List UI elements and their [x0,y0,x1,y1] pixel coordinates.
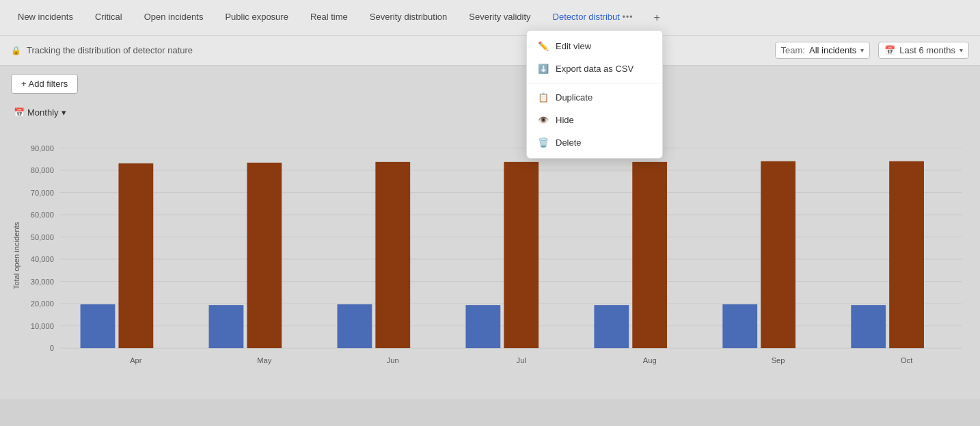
tab-severity-distribution[interactable]: Severity distribution [360,0,457,35]
monthly-label: Monthly [27,107,59,118]
bar-oct-blue [851,305,886,348]
svg-text:Oct: Oct [901,356,913,364]
team-value: All incidents [809,45,856,55]
chart-area: 📅 Monthly ▾ Total open incidents 90,000 … [0,102,980,399]
hide-icon: 👁️ [538,115,549,125]
tab-public-exposure[interactable]: Public exposure [215,0,298,35]
tab-real-time[interactable]: Real time [301,0,357,35]
menu-item-export-csv[interactable]: ⬇️ Export data as CSV [527,57,662,80]
calendar-icon: 📅 [884,45,895,55]
bar-oct-brown [889,161,924,348]
svg-text:0: 0 [50,344,54,352]
tab-open-incidents[interactable]: Open incidents [135,0,213,35]
tab-more-icon[interactable]: ••• [623,12,634,22]
tab-bar: New incidents Critical Open incidents Pu… [0,0,980,36]
bar-jul-brown [504,162,539,348]
add-tab-button[interactable]: + [648,6,665,29]
svg-text:50,000: 50,000 [31,233,54,241]
bar-may-brown [247,163,282,348]
context-menu: ✏️ Edit view ⬇️ Export data as CSV 📋 Dup… [526,30,663,159]
date-value: Last 6 months [899,45,955,55]
menu-item-delete[interactable]: 🗑️ Delete [527,131,662,154]
svg-text:20,000: 20,000 [31,299,54,308]
svg-text:Aug: Aug [643,356,657,364]
delete-icon: 🗑️ [538,137,549,148]
date-chevron-icon: ▾ [959,46,963,54]
svg-text:Apr: Apr [130,356,142,364]
subtitle-description: Tracking the distribution of detector na… [27,45,193,55]
lock-icon: 🔒 [11,46,21,55]
svg-text:40,000: 40,000 [31,255,54,263]
menu-item-duplicate[interactable]: 📋 Duplicate [527,86,662,109]
tab-severity-validity[interactable]: Severity validity [459,0,540,35]
svg-text:80,000: 80,000 [31,166,54,174]
monthly-selector[interactable]: 📅 Monthly ▾ [11,102,969,123]
bar-apr-brown [118,163,153,348]
chart-container: Total open incidents 90,000 80,000 70,00… [11,126,969,386]
date-selector[interactable]: 📅 Last 6 months ▾ [878,42,969,59]
svg-text:70,000: 70,000 [31,189,54,197]
monthly-chevron-icon: ▾ [62,107,66,118]
svg-text:Sep: Sep [772,356,785,364]
monthly-calendar-icon: 📅 [14,107,25,118]
bar-apr-blue [81,304,115,348]
team-chevron-icon: ▾ [860,46,864,54]
add-filters-button[interactable]: + Add filters [11,74,78,94]
svg-text:60,000: 60,000 [31,211,54,219]
subtitle-bar: 🔒 Tracking the distribution of detector … [0,36,980,66]
subtitle-right: Team: All incidents ▾ 📅 Last 6 months ▾ [775,42,969,59]
svg-text:30,000: 30,000 [31,278,54,286]
svg-text:Jul: Jul [517,356,526,364]
subtitle-left: 🔒 Tracking the distribution of detector … [11,45,193,55]
menu-divider [527,83,662,83]
duplicate-icon: 📋 [538,92,549,103]
bar-jul-blue [465,305,500,348]
svg-text:Total open incidents: Total open incidents [12,222,21,289]
bar-jun-brown [375,162,410,348]
team-label: Team: [781,45,805,55]
bar-jun-blue [337,304,372,348]
filter-bar: + Add filters [0,66,980,102]
svg-text:May: May [257,356,271,364]
bar-aug-blue [594,305,629,348]
menu-item-hide[interactable]: 👁️ Hide [527,109,662,131]
svg-text:Jun: Jun [387,356,399,364]
export-csv-icon: ⬇️ [538,64,549,74]
team-selector[interactable]: Team: All incidents ▾ [775,42,871,59]
bar-sep-blue [722,304,757,348]
svg-text:90,000: 90,000 [31,144,54,152]
chart-svg: Total open incidents 90,000 80,000 70,00… [11,126,969,386]
menu-item-edit-view[interactable]: ✏️ Edit view [527,35,662,57]
svg-text:10,000: 10,000 [31,322,54,330]
tab-critical[interactable]: Critical [85,0,132,35]
edit-view-icon: ✏️ [538,41,549,51]
bar-aug-brown [632,162,667,348]
tab-new-incidents[interactable]: New incidents [8,0,83,35]
bar-sep-brown [761,161,795,348]
bar-may-blue [209,305,244,348]
